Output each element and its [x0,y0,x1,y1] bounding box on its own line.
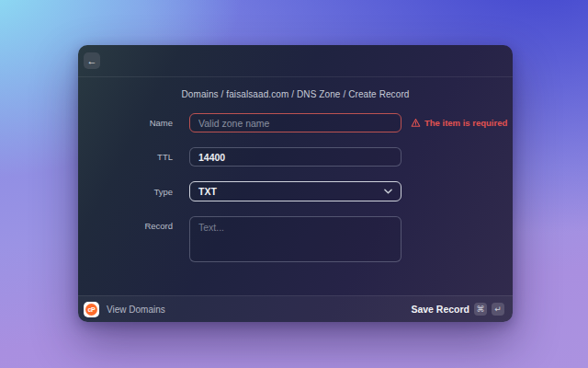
ttl-row: TTL [78,147,513,167]
cpanel-logo-mark: cP [85,304,97,316]
command-key-icon: ⌘ [474,303,487,316]
save-record-group: Save Record ⌘ ↵ [411,303,504,316]
create-record-form: Name The item is required TTL [78,113,513,262]
back-arrow-icon: ← [87,53,97,69]
desktop-background: ← Domains / faisalsaad.com / DNS Zone / … [0,0,588,368]
name-row: Name The item is required [78,113,513,132]
view-domains-link[interactable]: View Domains [107,305,165,315]
ttl-input[interactable] [189,147,401,167]
warning-triangle-icon [411,118,421,128]
type-select-value: TXT [198,186,384,197]
create-record-dialog: ← Domains / faisalsaad.com / DNS Zone / … [78,45,513,322]
dialog-footer: cP View Domains Save Record ⌘ ↵ [78,295,513,322]
error-text: The item is required [424,118,507,128]
chevron-down-icon [384,189,392,194]
name-label: Name [78,118,189,128]
type-label: Type [78,187,189,197]
type-select[interactable]: TXT [189,181,401,201]
back-button[interactable]: ← [84,52,100,69]
ttl-label: TTL [78,152,189,162]
record-textarea[interactable] [189,216,401,262]
dialog-header: ← [78,45,513,77]
dialog-body: Domains / faisalsaad.com / DNS Zone / Cr… [78,77,513,295]
cpanel-logo: cP [84,302,99,317]
name-validation-error: The item is required [411,118,507,128]
type-row: Type TXT [78,181,513,201]
breadcrumb: Domains / faisalsaad.com / DNS Zone / Cr… [78,89,513,99]
record-label: Record [78,216,189,231]
save-record-button[interactable]: Save Record [411,304,469,315]
record-row: Record [78,216,513,262]
name-input[interactable] [189,113,401,132]
return-key-icon: ↵ [492,303,504,316]
